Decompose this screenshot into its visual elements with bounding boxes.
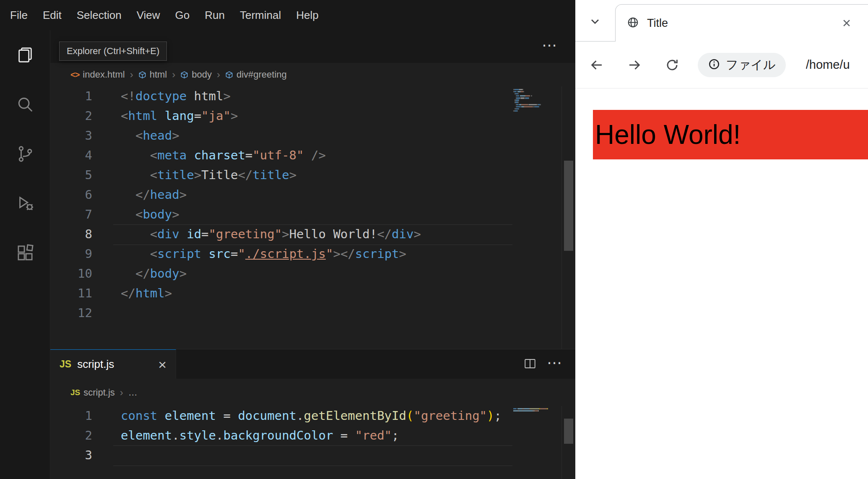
globe-favicon-icon <box>626 16 639 31</box>
line-number: 7 <box>50 205 92 224</box>
scrollbar-thumb[interactable] <box>564 419 573 444</box>
line-number: 4 <box>50 146 92 165</box>
breadcrumb-item[interactable]: JSscript.js <box>70 387 115 398</box>
code-line-2[interactable]: 2element.style.backgroundColor = "red"; <box>50 426 575 445</box>
code-line-9[interactable]: 9 <script src="./script.js"></script> <box>50 244 575 264</box>
activity-bar <box>0 30 50 479</box>
menu-selection[interactable]: Selection <box>69 9 129 22</box>
menu-edit[interactable]: Edit <box>35 9 69 22</box>
browser-window: Title ファイル /home/u <box>575 0 868 479</box>
code-line-4[interactable]: 4 <meta charset="utf-8" /> <box>50 146 575 165</box>
tab-label: script.js <box>77 358 114 371</box>
element-symbol-icon <box>225 71 233 79</box>
breadcrumb: <>index.html›html›body›div#greeting <box>50 63 508 86</box>
code-line-8[interactable]: 8 <div id="greeting">Hello World!</div> <box>50 224 575 244</box>
extensions-icon[interactable] <box>0 228 50 278</box>
breadcrumb: JSscript.js›… <box>50 379 508 406</box>
page-content: Hello World! <box>575 89 868 479</box>
breadcrumb-separator: › <box>119 387 124 398</box>
split-editor-icon[interactable] <box>523 357 537 372</box>
line-number: 9 <box>50 244 92 264</box>
line-number: 12 <box>50 303 92 323</box>
code-line-1[interactable]: 1<!doctype html> <box>50 86 575 106</box>
close-tab-icon[interactable]: × <box>158 357 166 372</box>
line-number: 5 <box>50 165 92 185</box>
menu-go[interactable]: Go <box>168 9 198 22</box>
line-number: 10 <box>50 264 92 284</box>
menu-view[interactable]: View <box>129 9 168 22</box>
source-control-icon[interactable] <box>0 129 50 179</box>
js-file-icon: JS <box>60 359 71 370</box>
breadcrumb-item[interactable]: … <box>128 387 138 398</box>
line-number: 3 <box>50 126 92 146</box>
line-number: 1 <box>50 86 92 106</box>
code-line-10[interactable]: 10 </body> <box>50 264 575 284</box>
menu-run[interactable]: Run <box>197 9 232 22</box>
tab-title: Title <box>647 17 668 30</box>
js-file-icon: JS <box>70 388 80 397</box>
info-icon <box>708 58 720 72</box>
menu-help[interactable]: Help <box>288 9 326 22</box>
browser-tab[interactable]: Title <box>615 4 868 42</box>
chip-label: ファイル <box>726 57 776 73</box>
line-number: 11 <box>50 284 92 303</box>
code-line-7[interactable]: 7 <body> <box>50 205 575 224</box>
line-number: 6 <box>50 185 92 205</box>
line-number: 2 <box>50 426 92 445</box>
element-symbol-icon <box>138 71 146 79</box>
greeting-div: Hello World! <box>593 110 868 159</box>
vscode-window: FileEditSelectionViewGoRunTerminalHelp ⋯ <box>0 0 575 479</box>
breadcrumb-separator: › <box>171 69 176 81</box>
more-actions-icon[interactable]: ⋯ <box>542 38 557 53</box>
address-url[interactable]: /home/u <box>806 58 850 72</box>
breadcrumb-item[interactable]: html <box>138 69 167 80</box>
code-line-3[interactable]: 3 <box>50 445 575 465</box>
menu-terminal[interactable]: Terminal <box>232 9 288 22</box>
explorer-icon[interactable] <box>0 30 50 80</box>
minimap[interactable] <box>513 408 549 414</box>
back-icon[interactable] <box>584 57 610 73</box>
code-line-6[interactable]: 6 </head> <box>50 185 575 205</box>
desktop: FileEditSelectionViewGoRunTerminalHelp ⋯ <box>0 0 868 479</box>
line-number: 1 <box>50 406 92 426</box>
forward-icon[interactable] <box>621 57 647 73</box>
search-icon[interactable] <box>0 80 50 129</box>
breadcrumb-separator: › <box>129 69 134 81</box>
code-line-2[interactable]: 2<html lang="ja"> <box>50 106 575 126</box>
chevron-down-icon[interactable] <box>582 8 608 34</box>
code-line-5[interactable]: 5 <title>Title</title> <box>50 165 575 185</box>
breadcrumb-separator: › <box>216 69 221 81</box>
editor-group-html: ⋯ <>index.html›html›body›div#greeting 1<… <box>50 30 575 349</box>
scrollbar[interactable] <box>561 406 575 479</box>
code-line-12[interactable]: 12 <box>50 303 575 323</box>
browser-toolbar: ファイル /home/u <box>575 42 868 89</box>
html-file-icon: <> <box>70 70 79 80</box>
explorer-tooltip: Explorer (Ctrl+Shift+E) <box>59 42 167 61</box>
breadcrumb-item[interactable]: body <box>180 69 212 80</box>
code-editor-html[interactable]: 1<!doctype html>2<html lang="ja">3 <head… <box>50 86 575 323</box>
run-debug-icon[interactable] <box>0 179 50 228</box>
reload-icon[interactable] <box>659 57 685 73</box>
menu-bar: FileEditSelectionViewGoRunTerminalHelp <box>0 0 575 30</box>
menu-file[interactable]: File <box>3 9 35 22</box>
code-editor-js[interactable]: 1const element = document.getElementById… <box>50 406 575 465</box>
close-tab-icon[interactable] <box>840 17 853 29</box>
scrollbar-thumb[interactable] <box>564 161 573 251</box>
line-number: 3 <box>50 445 92 465</box>
line-number: 2 <box>50 106 92 126</box>
minimap[interactable] <box>513 89 549 115</box>
more-actions-icon[interactable]: ⋯ <box>547 355 562 370</box>
editor-group-js: JS script.js × ⋯ JSscript.js›… 1const el… <box>50 349 575 479</box>
tab-script-js[interactable]: JS script.js × <box>50 349 176 379</box>
tab-strip: Title <box>575 0 868 42</box>
line-number: 8 <box>50 224 92 244</box>
code-line-3[interactable]: 3 <head> <box>50 126 575 146</box>
code-line-11[interactable]: 11</html> <box>50 284 575 303</box>
scrollbar[interactable] <box>561 86 575 349</box>
editor-tabs-bottom: JS script.js × ⋯ <box>50 349 575 379</box>
element-symbol-icon <box>180 71 188 79</box>
file-scheme-chip[interactable]: ファイル <box>698 53 786 77</box>
breadcrumb-item[interactable]: <>index.html <box>70 69 125 80</box>
code-line-1[interactable]: 1const element = document.getElementById… <box>50 406 575 426</box>
breadcrumb-item[interactable]: div#greeting <box>225 69 287 80</box>
